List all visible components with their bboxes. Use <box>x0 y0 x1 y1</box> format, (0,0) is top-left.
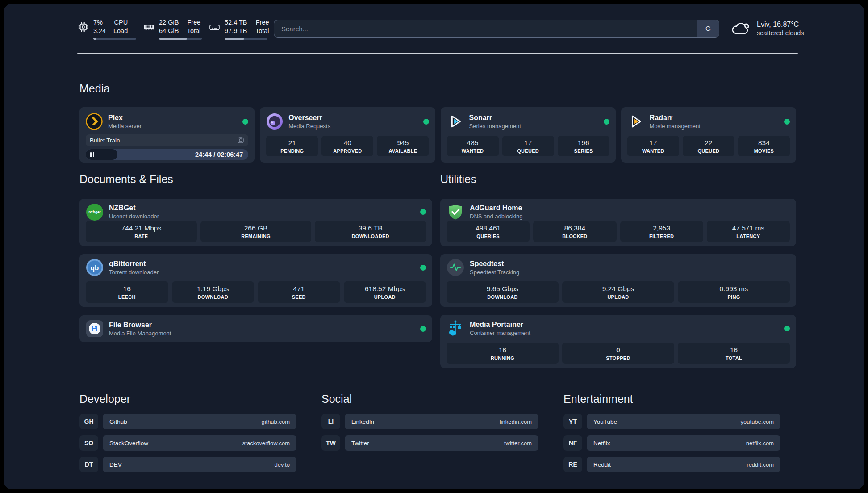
storage-stat: 52.4 TB97.9 TB FreeTotal <box>209 18 269 40</box>
status-dot <box>784 326 790 331</box>
playback-progress[interactable]: 24:44 / 02:06:47 <box>86 149 248 160</box>
stat-tile: 16TOTAL <box>678 343 790 364</box>
stat-tile: 9.65 GbpsDOWNLOAD <box>447 281 559 303</box>
app-card-portainer[interactable]: Media Portainer Container management 16R… <box>440 315 796 368</box>
plex-icon <box>86 113 103 130</box>
section-title-entertainment: Entertainment <box>563 392 780 405</box>
status-dot <box>420 209 426 215</box>
stat-tile: 196SERIES <box>558 136 609 156</box>
app-name: Speedtest <box>470 259 519 268</box>
app-card-speedtest[interactable]: Speedtest Speedtest Tracking 9.65 GbpsDO… <box>440 254 796 307</box>
speedtest-icon <box>447 259 464 276</box>
memory-labels: FreeTotal <box>183 18 200 35</box>
pause-icon[interactable] <box>90 152 94 157</box>
memory-values: 22 GiB64 GiB <box>159 18 179 35</box>
stat-tile: 17WANTED <box>627 136 679 156</box>
app-card-overseerr[interactable]: Overseerr Media Requests 21PENDING 40APP… <box>260 107 435 163</box>
app-name: qBittorrent <box>109 259 159 268</box>
app-card-qbittorrent[interactable]: qb qBittorrent Torrent downloader 16LEEC… <box>79 254 432 307</box>
bookmark-abbr: RE <box>563 457 582 472</box>
app-card-nzbget[interactable]: nzbget NZBGet Usenet downloader 744.21 M… <box>79 199 432 246</box>
svg-text:nzbget: nzbget <box>88 210 101 214</box>
stat-tile: 17QUEUED <box>502 136 554 156</box>
search-engine-button[interactable]: G <box>697 20 719 37</box>
bookmark-netflix[interactable]: NF Netflix netflix.com <box>563 435 780 451</box>
stat-tile: 16LEECH <box>86 281 168 303</box>
bookmark-pill: LinkedIn linkedin.com <box>345 414 538 429</box>
bookmark-youtube[interactable]: YT YouTube youtube.com <box>563 414 780 429</box>
cpu-values: 7%3.24 <box>93 18 106 35</box>
app-name: Plex <box>108 113 142 122</box>
section-title-social: Social <box>321 392 538 405</box>
memory-ram-icon <box>143 21 155 33</box>
section-media: Media Plex Media server Bullet Train <box>79 82 796 163</box>
app-name: AdGuard Home <box>470 204 523 213</box>
app-card-radarr[interactable]: Radarr Movie management 17WANTED 22QUEUE… <box>621 107 796 163</box>
stat-tile: 266 GBREMAINING <box>200 221 312 242</box>
bookmark-pill: Netflix netflix.com <box>587 435 780 451</box>
section-documents-files: Documents & Files nzbget NZBGet Usenet d… <box>79 172 432 342</box>
app-name: Media Portainer <box>470 320 530 329</box>
storage-progress-bar <box>225 38 267 40</box>
bookmark-abbr: GH <box>79 414 98 429</box>
cpu-chip-icon <box>77 21 89 33</box>
status-dot <box>604 119 609 125</box>
bookmark-pill: StackOverflow stackoverflow.com <box>103 435 296 451</box>
bookmark-abbr: SO <box>79 435 98 451</box>
bookmarks-area: Developer GH Github github.com SO StackO… <box>79 392 780 478</box>
app-subtitle: Media File Management <box>109 330 171 337</box>
stat-tile: 0.993 msPING <box>678 281 790 303</box>
bookmark-abbr: NF <box>563 435 582 451</box>
app-subtitle: Media Requests <box>288 122 330 130</box>
stat-tile: 21PENDING <box>266 136 318 156</box>
bookmark-abbr: LI <box>321 414 340 429</box>
search-input[interactable] <box>274 20 697 37</box>
stat-tile: 498,461QUERIES <box>447 221 530 242</box>
bookmark-reddit[interactable]: RE Reddit reddit.com <box>563 457 780 472</box>
portainer-icon <box>447 319 464 337</box>
section-title-documents: Documents & Files <box>79 172 432 186</box>
stat-tile: 618.52 MbpsUPLOAD <box>344 281 426 303</box>
section-title-utilities: Utilities <box>440 172 796 186</box>
bookmark-abbr: YT <box>563 414 582 429</box>
stat-tile: 9.24 GbpsUPLOAD <box>562 281 674 303</box>
adguard-icon <box>447 203 464 221</box>
bookmark-abbr: DT <box>79 457 98 472</box>
stat-tile: 40APPROVED <box>321 136 373 156</box>
app-card-file-browser[interactable]: File Browser Media File Management <box>79 315 432 342</box>
playback-time: 24:44 / 02:06:47 <box>195 149 243 160</box>
status-dot <box>242 119 248 125</box>
app-subtitle: Speedtest Tracking <box>470 268 519 276</box>
cpu-stat: 7%3.24 CPULoad <box>77 18 136 40</box>
app-subtitle: Torrent downloader <box>109 268 159 276</box>
bookmark-pill: DEV dev.to <box>103 457 296 472</box>
search-bar: G <box>274 20 719 38</box>
stat-tile: 1.19 GbpsDOWNLOAD <box>172 281 255 303</box>
stat-tile: 834MOVIES <box>738 136 790 156</box>
hard-drive-icon <box>209 21 221 33</box>
cloud-icon <box>730 20 751 37</box>
app-name: NZBGet <box>109 204 159 213</box>
stat-tile: 2,953FILTERED <box>620 221 703 242</box>
bookmark-pill: YouTube youtube.com <box>587 414 780 429</box>
video-record-icon <box>237 137 244 144</box>
stat-tile: 16RUNNING <box>447 343 559 364</box>
app-subtitle: DNS and adblocking <box>470 213 523 220</box>
playback-progress-fill <box>86 149 117 160</box>
bookmark-linkedin[interactable]: LI LinkedIn linkedin.com <box>321 414 538 429</box>
sonarr-icon <box>447 113 464 130</box>
app-card-sonarr[interactable]: Sonarr Series management 485WANTED 17QUE… <box>441 107 616 163</box>
dashboard: 7%3.24 CPULoad 22 GiB64 GiB FreeT <box>4 4 864 489</box>
stat-tile: 945AVAILABLE <box>377 136 429 156</box>
app-subtitle: Container management <box>470 329 530 337</box>
bookmark-twitter[interactable]: TW Twitter twitter.com <box>321 435 538 451</box>
bookmark-stackoverflow[interactable]: SO StackOverflow stackoverflow.com <box>79 435 296 451</box>
app-card-adguard-home[interactable]: AdGuard Home DNS and adblocking 498,461Q… <box>440 199 796 246</box>
section-title-developer: Developer <box>79 392 296 405</box>
app-card-plex[interactable]: Plex Media server Bullet Train 24:44 / 0 <box>79 107 255 163</box>
app-name: Sonarr <box>469 113 521 122</box>
bookmark-github[interactable]: GH Github github.com <box>79 414 296 429</box>
weather-condition: scattered clouds <box>757 29 804 38</box>
bookmark-dev[interactable]: DT DEV dev.to <box>79 457 296 472</box>
app-name: File Browser <box>109 321 171 330</box>
